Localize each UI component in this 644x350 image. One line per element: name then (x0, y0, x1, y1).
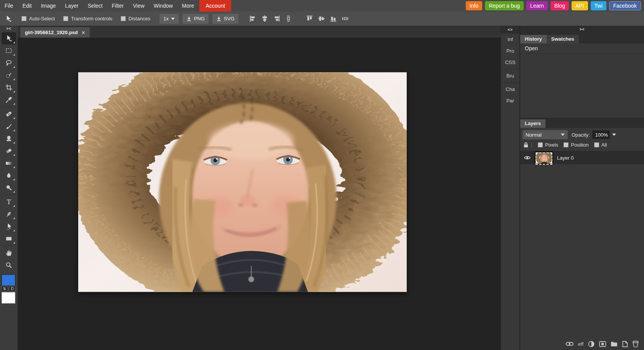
document-image[interactable] (78, 72, 407, 292)
adjustment-layer-icon[interactable] (588, 341, 595, 347)
zoom-level-dropdown[interactable]: 1x (159, 14, 179, 24)
brush-tool[interactable] (2, 120, 16, 132)
panel-tab-css[interactable]: CSS (501, 57, 519, 68)
swap-colors-button[interactable]: ⇅ (1, 286, 8, 292)
tab-layers[interactable]: Layers (520, 119, 545, 128)
distances-checkbox[interactable]: Distances (121, 16, 150, 21)
menu-filter[interactable]: Filter (107, 0, 128, 12)
crop-tool[interactable] (2, 81, 16, 94)
new-folder-icon[interactable] (611, 341, 618, 347)
eraser-tool[interactable] (2, 145, 16, 157)
lock-all-checkbox[interactable] (594, 142, 599, 147)
layer-name[interactable]: Layer 0 (557, 155, 573, 161)
lock-all-label: All (601, 142, 607, 148)
facebook-button[interactable]: Facebook (609, 1, 641, 10)
align-left-icon[interactable] (249, 15, 256, 22)
marquee-select-tool[interactable] (2, 45, 16, 57)
align-bottom-icon[interactable] (330, 15, 337, 22)
twitter-button[interactable]: Twi (591, 1, 606, 10)
blend-mode-dropdown[interactable]: Normal (522, 130, 568, 139)
menu-more[interactable]: More (177, 0, 199, 12)
spot-healing-tool[interactable] (2, 108, 16, 120)
lock-position-label: Position (571, 142, 588, 148)
layer-mask-icon[interactable] (599, 341, 606, 347)
lasso-tool[interactable] (2, 57, 16, 69)
collapsed-panels-strip: <> Inf Pro CSS Bru Cha Par (501, 26, 520, 350)
opacity-dropdown-icon[interactable] (612, 134, 616, 136)
rectangle-shape-tool[interactable] (2, 233, 16, 245)
quick-selection-tool[interactable] (2, 69, 16, 81)
move-tool[interactable] (2, 32, 16, 45)
document-tab[interactable]: girl-3956612_1920.psd × (20, 27, 90, 38)
distribute-vertical-icon[interactable] (285, 15, 292, 22)
export-svg-button[interactable]: SVG (212, 14, 238, 24)
blog-button[interactable]: Blog (550, 1, 569, 10)
checkbox-icon[interactable] (121, 16, 126, 21)
foreground-color-swatch[interactable] (2, 274, 15, 286)
delete-layer-icon[interactable] (632, 341, 639, 347)
eyedropper-tool[interactable] (2, 94, 16, 106)
default-colors-button[interactable]: D (9, 286, 16, 292)
zoom-tool[interactable] (2, 259, 16, 271)
clone-stamp-tool[interactable] (2, 132, 16, 145)
report-bug-button[interactable]: Report a bug (485, 1, 524, 10)
opacity-value-field[interactable]: 100% (592, 130, 610, 139)
align-right-icon[interactable] (273, 15, 280, 22)
auto-select-checkbox[interactable]: Auto-Select (21, 16, 55, 21)
menu-file[interactable]: File (0, 0, 18, 12)
stamp-icon (5, 135, 13, 142)
pen-tool[interactable] (2, 208, 16, 220)
panel-tab-info[interactable]: Inf (501, 34, 519, 45)
export-png-button[interactable]: PNG (182, 14, 209, 24)
background-color-swatch[interactable] (2, 292, 15, 304)
blur-tool[interactable] (2, 169, 16, 182)
lock-position-checkbox[interactable] (564, 142, 568, 147)
dodge-tool[interactable] (2, 182, 16, 194)
align-top-icon[interactable] (306, 15, 313, 22)
path-select-tool[interactable] (2, 220, 16, 233)
hand-tool[interactable] (2, 247, 16, 259)
menu-window[interactable]: Window (149, 0, 177, 12)
menu-select[interactable]: Select (83, 0, 107, 12)
type-tool[interactable]: T (2, 196, 16, 208)
layer-visibility-toggle[interactable] (523, 155, 531, 160)
strip-collapse-toggle[interactable]: <> (501, 26, 519, 34)
distribute-horizontal-icon[interactable] (342, 15, 349, 22)
marquee-icon (5, 47, 13, 54)
menu-edit[interactable]: Edit (18, 0, 36, 12)
align-middle-vertical-icon[interactable] (318, 15, 325, 22)
eye-icon (524, 155, 531, 160)
transform-controls-checkbox[interactable]: Transform controls (63, 16, 112, 21)
tab-swatches[interactable]: Swatches (547, 35, 579, 43)
toolbar-collapse-toggle[interactable]: >< (0, 26, 18, 32)
lock-colon: : (531, 142, 532, 148)
checkbox-icon[interactable] (21, 16, 26, 21)
layer-effects-button[interactable]: eff (578, 341, 583, 347)
close-icon[interactable]: × (82, 30, 85, 35)
link-layers-icon[interactable] (566, 342, 573, 346)
account-button[interactable]: Account (199, 0, 231, 12)
panel-collapse-toggle[interactable]: >< (520, 26, 644, 34)
api-button[interactable]: API (572, 1, 588, 10)
checkbox-icon[interactable] (63, 16, 68, 21)
menu-image[interactable]: Image (36, 0, 61, 12)
history-entry-open[interactable]: Open (520, 43, 644, 54)
panel-tab-paragraph[interactable]: Par (501, 95, 519, 107)
gradient-tool[interactable] (2, 157, 16, 169)
new-layer-icon[interactable] (622, 341, 628, 347)
menu-view[interactable]: View (128, 0, 149, 12)
tab-history[interactable]: History (520, 35, 547, 43)
panel-tab-brush[interactable]: Bru (501, 70, 519, 82)
layer-thumbnail[interactable] (535, 152, 553, 164)
canvas-area[interactable] (18, 38, 501, 350)
menu-layer[interactable]: Layer (61, 0, 83, 12)
panel-tab-properties[interactable]: Pro (501, 45, 519, 57)
align-center-horizontal-icon[interactable] (261, 15, 268, 22)
lock-pixels-label: Pixels (545, 142, 559, 148)
learn-button[interactable]: Learn (526, 1, 548, 10)
lock-pixels-checkbox[interactable] (538, 142, 543, 147)
layer-row[interactable]: Layer 0 (520, 151, 644, 164)
info-button[interactable]: Info (466, 1, 482, 10)
panel-tab-channels[interactable]: Cha (501, 84, 519, 95)
pen-icon (5, 210, 13, 218)
